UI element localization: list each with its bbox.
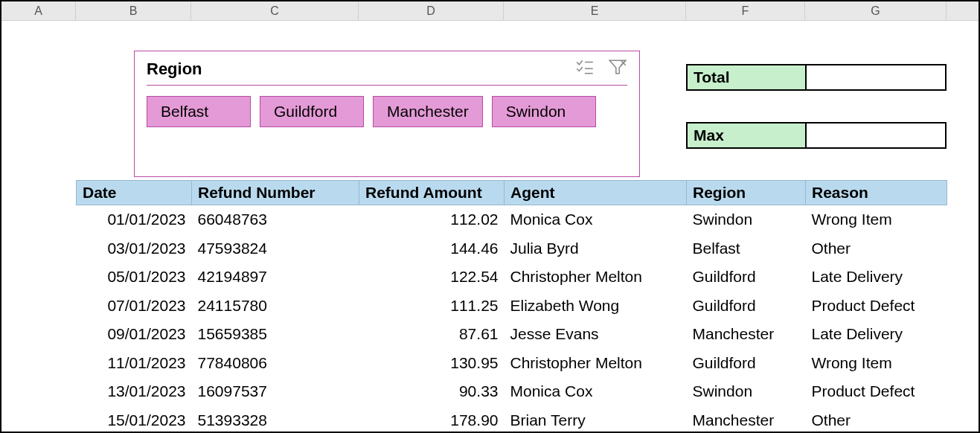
region-slicer[interactable]: Region Belfast Guildford Manchester Swin… [134, 51, 640, 177]
cell-reason[interactable]: Product Defect [806, 377, 947, 406]
table-row[interactable]: 05/01/202342194897122.54Christopher Melt… [77, 263, 947, 292]
cell-refnum[interactable]: 42194897 [192, 263, 359, 292]
cell-agent[interactable]: Monica Cox [505, 205, 687, 234]
slicer-item-belfast[interactable]: Belfast [147, 96, 251, 127]
slicer-title: Region [147, 60, 202, 79]
cell-reason[interactable]: Late Delivery [806, 263, 947, 292]
cell-agent[interactable]: Jesse Evans [505, 320, 687, 349]
col-header-a[interactable]: A [1, 1, 76, 20]
cell-reason[interactable]: Other [806, 406, 947, 433]
header-region[interactable]: Region [687, 181, 806, 205]
cell-reason[interactable]: Wrong Item [806, 205, 947, 234]
cell-amount[interactable]: 111.25 [359, 292, 505, 321]
cell-amount[interactable]: 144.46 [359, 234, 505, 263]
slicer-item-manchester[interactable]: Manchester [373, 96, 483, 127]
cell-amount[interactable]: 87.61 [359, 320, 505, 349]
max-row: Max [686, 122, 947, 149]
cell-date[interactable]: 09/01/2023 [77, 320, 192, 349]
column-headers-row: A B C D E F G [1, 1, 979, 21]
max-value-cell[interactable] [807, 124, 945, 147]
table-row[interactable]: 03/01/202347593824144.46Julia ByrdBelfas… [77, 234, 947, 263]
cell-refnum[interactable]: 47593824 [192, 234, 359, 263]
cell-refnum[interactable]: 15659385 [192, 320, 359, 349]
cell-date[interactable]: 01/01/2023 [77, 205, 192, 234]
total-value-cell[interactable] [807, 65, 945, 89]
total-label-cell[interactable]: Total [688, 65, 807, 89]
slicer-icons [575, 59, 627, 79]
table-header-row: Date Refund Number Refund Amount Agent R… [77, 181, 947, 205]
col-header-d[interactable]: D [359, 1, 504, 20]
cell-region[interactable]: Guildford [687, 349, 806, 378]
cell-date[interactable]: 07/01/2023 [77, 292, 192, 321]
cell-agent[interactable]: Julia Byrd [505, 234, 687, 263]
cell-agent[interactable]: Christopher Melton [505, 349, 687, 378]
cell-reason[interactable]: Product Defect [806, 292, 947, 321]
refunds-table: Date Refund Number Refund Amount Agent R… [76, 180, 947, 433]
cell-date[interactable]: 05/01/2023 [77, 263, 192, 292]
cell-amount[interactable]: 122.54 [359, 263, 505, 292]
multiselect-icon[interactable] [575, 59, 595, 79]
slicer-items: Belfast Guildford Manchester Swindon [147, 96, 627, 127]
header-agent[interactable]: Agent [505, 181, 687, 205]
table-row[interactable]: 01/01/202366048763112.02Monica CoxSwindo… [77, 205, 947, 234]
col-header-f[interactable]: F [686, 1, 805, 20]
col-header-c[interactable]: C [191, 1, 359, 20]
cell-date[interactable]: 11/01/2023 [77, 349, 192, 378]
col-header-e[interactable]: E [504, 1, 686, 20]
cell-refnum[interactable]: 16097537 [192, 377, 359, 406]
cell-date[interactable]: 03/01/2023 [77, 234, 192, 263]
cell-region[interactable]: Belfast [687, 234, 806, 263]
cell-amount[interactable]: 178.90 [359, 406, 505, 433]
cell-amount[interactable]: 90.33 [359, 377, 505, 406]
table-row[interactable]: 07/01/202324115780111.25Elizabeth WongGu… [77, 292, 947, 321]
table-row[interactable]: 15/01/202351393328178.90Brian TerryManch… [77, 406, 947, 433]
cell-reason[interactable]: Other [806, 234, 947, 263]
cell-region[interactable]: Swindon [687, 205, 806, 234]
cell-refnum[interactable]: 77840806 [192, 349, 359, 378]
table-row[interactable]: 11/01/202377840806130.95Christopher Melt… [77, 349, 947, 378]
header-refnum[interactable]: Refund Number [192, 181, 359, 205]
table-row[interactable]: 09/01/20231565938587.61Jesse EvansManche… [77, 320, 947, 349]
cell-agent[interactable]: Brian Terry [505, 406, 687, 433]
slicer-item-swindon[interactable]: Swindon [492, 96, 596, 127]
cell-amount[interactable]: 112.02 [359, 205, 505, 234]
col-header-g[interactable]: G [805, 1, 947, 20]
cell-agent[interactable]: Elizabeth Wong [505, 292, 687, 321]
cell-region[interactable]: Guildford [687, 263, 806, 292]
cell-region[interactable]: Swindon [687, 377, 806, 406]
cell-date[interactable]: 13/01/2023 [77, 377, 192, 406]
cell-amount[interactable]: 130.95 [359, 349, 505, 378]
cell-region[interactable]: Manchester [687, 406, 806, 433]
cell-date[interactable]: 15/01/2023 [77, 406, 192, 433]
clear-filter-icon[interactable] [608, 59, 627, 79]
header-date[interactable]: Date [77, 181, 192, 205]
table-row[interactable]: 13/01/20231609753790.33Monica CoxSwindon… [77, 377, 947, 406]
col-header-b[interactable]: B [76, 1, 191, 20]
cell-refnum[interactable]: 51393328 [192, 406, 359, 433]
total-row: Total [686, 64, 947, 91]
max-label-cell[interactable]: Max [688, 124, 807, 147]
spreadsheet-window: A B C D E F G Region Belfast [0, 0, 980, 433]
slicer-header: Region [147, 59, 627, 86]
cell-agent[interactable]: Christopher Melton [505, 263, 687, 292]
header-amount[interactable]: Refund Amount [359, 181, 505, 205]
cell-reason[interactable]: Wrong Item [806, 349, 947, 378]
cell-region[interactable]: Guildford [687, 292, 806, 321]
sheet-content: Region Belfast Guildford Manchester Swin… [1, 21, 979, 432]
cell-refnum[interactable]: 66048763 [192, 205, 359, 234]
slicer-item-guildford[interactable]: Guildford [260, 96, 364, 127]
header-reason[interactable]: Reason [806, 181, 947, 205]
cell-reason[interactable]: Late Delivery [806, 320, 947, 349]
cell-agent[interactable]: Monica Cox [505, 377, 687, 406]
cell-region[interactable]: Manchester [687, 320, 806, 349]
cell-refnum[interactable]: 24115780 [192, 292, 359, 321]
